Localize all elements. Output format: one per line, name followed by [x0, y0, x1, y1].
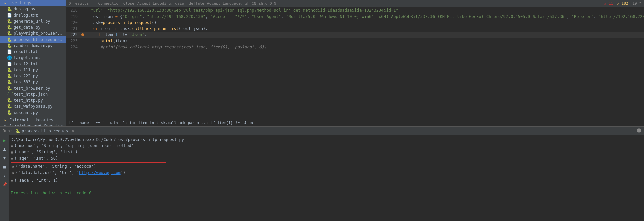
sidebar-item-process-http[interactable]: 🐍 process_http_request.py — [0, 36, 66, 43]
highlighted-output-box: ▣ ('data.name', 'String', 'acccca') ▣ ('… — [11, 162, 166, 177]
file-py-icon: 🐍 — [7, 37, 12, 42]
line-indicator — [81, 7, 84, 14]
folder-icon: ▸ — [3, 1, 8, 5]
settings-icon-btn[interactable] — [637, 128, 641, 134]
scratches-icon: ⊕ — [3, 124, 8, 126]
sidebar-item-settings[interactable]: ▸ .settings — [0, 0, 66, 6]
stop-button[interactable]: ■ — [1, 163, 8, 170]
output-line-5: ▣ ('data.data.url', 'Url', 'http://www.q… — [11, 170, 166, 176]
sidebar-item-get-data[interactable]: 🐍 get_data.py — [0, 24, 66, 30]
url-link[interactable]: http://www.qq.com — [79, 170, 121, 175]
line-number: 224 — [66, 44, 81, 50]
file-txt-icon: 📄 — [7, 49, 12, 54]
file-py-icon: 🐍 — [7, 98, 12, 103]
accept-encoding-label: Accept-Encoding: gzip, deflate — [137, 1, 204, 6]
pin-button[interactable]: 📌 — [1, 180, 8, 188]
code-line-224: 224 #print(task.callback_http_request(te… — [66, 44, 644, 50]
output-text-5: ('data.data.url', 'Url', 'http://www.qq.… — [16, 170, 125, 176]
sidebar-item-result-txt[interactable]: 📄 result.txt — [0, 49, 66, 55]
run-tab[interactable]: 🐍 process_http_request ✕ — [15, 129, 74, 133]
run-tab-close[interactable]: ✕ — [72, 129, 74, 133]
output-line-2: ▣ ('name', 'String', 'lisi') — [11, 149, 643, 155]
top-bar: 0 results Connection Close Accept-Encodi… — [66, 0, 644, 7]
output-text-6: ('sada', 'Int', 1) — [14, 177, 58, 183]
accept-language-label: Accept-Language: zh-CN,zh;q=0.9 — [207, 1, 276, 6]
output-icon: ▣ — [11, 178, 13, 184]
sidebar-item-playwright[interactable]: 🐍 playwright_browser.py — [0, 30, 66, 36]
editor-area: 0 results Connection Close Accept-Encodi… — [66, 0, 644, 126]
sidebar-item-label: test12.txt — [14, 62, 38, 66]
sidebar-item-test-browser[interactable]: 🐍 test_browser.py — [0, 85, 66, 91]
sidebar-item-target-html[interactable]: 🌐 target.html — [0, 55, 66, 61]
output-line-1: ▣ ('method', 'String', 'sql_inj_json_ins… — [11, 143, 643, 149]
sidebar-item-label: generate_url.py — [14, 19, 50, 24]
sidebar-item-label: test222.py — [14, 74, 38, 78]
breadcrumb-part-3[interactable]: if item[1] != 'Json' — [210, 121, 255, 125]
sidebar-item-label: xsscanr.py — [14, 110, 38, 115]
scroll-up-button[interactable]: ▲ — [1, 145, 8, 153]
run-button[interactable]: ▶ — [1, 137, 8, 144]
breadcrumb-part-2[interactable]: for item in task.callback_param... — [129, 121, 205, 125]
search-results: 0 results — [69, 1, 89, 6]
line-number: 221 — [66, 26, 81, 32]
sidebar-item-label: result.txt — [14, 49, 38, 54]
sidebar-item-random-domain[interactable]: 🐍 random_domain.py — [0, 43, 66, 49]
output-text-4: ('data.name', 'String', 'acccca') — [16, 163, 96, 169]
breadcrumb-sep-2: › — [207, 121, 209, 125]
sidebar-item-test333[interactable]: 🐍 test333.py — [0, 79, 66, 85]
sidebar-item-dnslog-py[interactable]: 🐍 dnslog.py — [0, 6, 66, 12]
file-py-icon: 🐍 — [7, 68, 12, 72]
rerun-button[interactable]: ↺ — [1, 172, 8, 179]
file-txt-icon: 📄 — [7, 13, 12, 18]
file-py-icon: 🐍 — [7, 31, 12, 36]
file-py-icon: 🐍 — [7, 43, 12, 48]
sidebar-item-test-http-py[interactable]: 🐍 test_http.py — [0, 97, 66, 103]
code-line-221: 221 for item in task.callback_param_list… — [66, 26, 644, 32]
sidebar-item-test12-txt[interactable]: 📄 test12.txt — [0, 61, 66, 67]
output-line-3: ▣ ('age', 'Int', 50) — [11, 155, 643, 162]
file-py-icon: 🐍 — [7, 74, 12, 78]
sidebar-item-label: dnslog.txt — [14, 13, 38, 18]
output-icon: ▣ — [11, 156, 13, 162]
code-editor[interactable]: 218 "url": "http://192.168.220.130:80/we… — [66, 7, 644, 120]
code-line-220: 220 task=process_http_request() — [66, 20, 644, 26]
run-output-area[interactable]: D:\Software\Python3.9.2\python.exe D:/Co… — [9, 135, 644, 221]
sidebar-item-test-http-json[interactable]: { } test_http.json — [0, 91, 66, 97]
line-indicator — [81, 32, 84, 38]
sidebar-item-generate-url[interactable]: 🐍 generate_url.py — [0, 18, 66, 24]
folder-icon: ▸ — [3, 118, 8, 122]
sidebar-item-dnslog-txt[interactable]: 📄 dnslog.txt — [0, 12, 66, 18]
breadcrumb-part-1[interactable]: if __name__ == '__main__' — [69, 121, 125, 125]
file-py-icon: 🐍 — [7, 86, 12, 91]
sidebar-item-xss-waf[interactable]: 🐍 xss_wafbypass.py — [0, 103, 66, 109]
settings-icon — [637, 128, 641, 133]
run-tab-label: process_http_request — [22, 129, 71, 133]
sidebar-item-xsscanr[interactable]: 🐍 xsscanr.py — [0, 109, 66, 116]
sidebar-item-scratches[interactable]: ⊕ Scratches and Consoles — [0, 123, 66, 126]
sidebar-item-label: External Libraries — [9, 118, 53, 122]
output-line-4: ▣ ('data.name', 'String', 'acccca') — [11, 163, 166, 170]
line-number: 219 — [66, 14, 81, 20]
sidebar-item-test222[interactable]: 🐍 test222.py — [0, 73, 66, 79]
sidebar-item-test111[interactable]: 🐍 test111.py — [0, 67, 66, 73]
output-text-path: D:\Software\Python3.9.2\python.exe D:/Co… — [11, 137, 184, 143]
output-icon: ▣ — [11, 149, 13, 155]
run-side-toolbar: ▶ ▲ ▼ ■ ↺ 📌 — [0, 135, 9, 221]
run-content: ▶ ▲ ▼ ■ ↺ 📌 D:\Software\Python3.9.2\pyth… — [0, 135, 644, 221]
line-number: 218 — [66, 7, 81, 14]
sidebar-item-external-libraries[interactable]: ▸ External Libraries — [0, 117, 66, 123]
line-indicator — [81, 26, 84, 32]
file-txt-icon: 📄 — [7, 62, 12, 66]
sidebar-item-label: test_http.py — [14, 98, 43, 103]
scroll-down-button[interactable]: ▼ — [1, 154, 8, 162]
line-indicator — [81, 20, 84, 26]
close-label: Close — [123, 1, 134, 6]
bottom-panel: Run: 🐍 process_http_request ✕ ▶ ▲ ▼ ■ ↺ … — [0, 126, 644, 221]
output-text-2: ('name', 'String', 'lisi') — [14, 149, 78, 155]
file-py-icon: 🐍 — [7, 19, 12, 24]
file-py-icon: 🐍 — [7, 7, 12, 11]
col-indicator: 19 ^ — [633, 1, 642, 6]
output-icon: ▣ — [11, 143, 13, 149]
file-py-icon: 🐍 — [7, 110, 12, 115]
line-number: 223 — [66, 38, 81, 44]
